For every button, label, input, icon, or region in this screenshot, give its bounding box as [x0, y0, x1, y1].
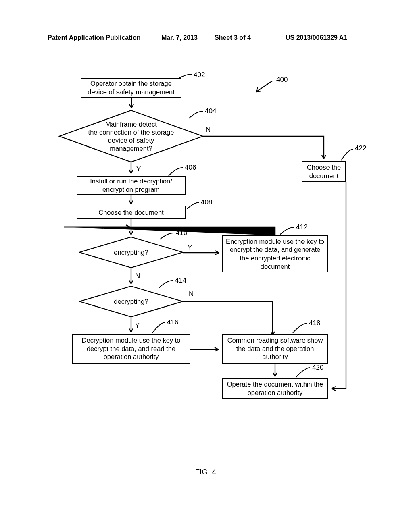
- label-404-N: N: [206, 126, 211, 134]
- node-404: Mainframe detect the connection of the s…: [58, 110, 204, 163]
- arrow-412-up: [273, 227, 277, 237]
- ref-418-leader: [290, 322, 308, 335]
- ref-414-leader: [156, 279, 174, 289]
- ref-400-leader: [250, 80, 274, 95]
- arrow-418-420: [273, 364, 277, 380]
- node-422: Choose the document: [302, 161, 346, 182]
- label-414-N: N: [189, 290, 194, 298]
- header-date: Mar. 7, 2013: [161, 34, 198, 42]
- ref-406: 406: [185, 164, 196, 172]
- node-406: Install or run the decryption/ encryptio…: [77, 176, 186, 195]
- figure-label: FIG. 4: [44, 468, 367, 476]
- node-414-text: decrypting?: [114, 297, 148, 305]
- ref-416: 416: [167, 318, 178, 326]
- arrow-414-416: [129, 317, 133, 335]
- ref-402: 402: [194, 71, 205, 79]
- arrow-402-404: [129, 98, 134, 111]
- node-412: Encryption module use the key to encrypt…: [222, 235, 328, 272]
- arrow-404-422: [203, 135, 332, 164]
- node-416: Decryption module use the key to decrypt…: [72, 334, 190, 364]
- ref-420-leader: [294, 366, 311, 379]
- arrow-410-414: [129, 268, 133, 287]
- ref-408: 408: [201, 198, 212, 206]
- node-420-text: Operate the document within the operatio…: [226, 380, 324, 397]
- header-pubno: US 2013/0061329 A1: [286, 34, 347, 42]
- ref-400: 400: [276, 76, 288, 84]
- node-414: decrypting?: [79, 285, 184, 318]
- node-408: Choose the document: [77, 206, 186, 219]
- ref-404: 404: [205, 107, 216, 115]
- node-412-text: Encryption module use the key to encrypt…: [226, 237, 324, 271]
- arrow-422-420: [327, 182, 353, 392]
- node-410: encrypting?: [79, 236, 184, 268]
- label-414-Y: Y: [135, 322, 140, 330]
- ref-420: 420: [312, 364, 323, 372]
- ref-412: 412: [296, 223, 307, 231]
- ref-418: 418: [309, 319, 320, 327]
- ref-422: 422: [355, 144, 366, 152]
- node-422-text: Choose the document: [306, 163, 342, 180]
- label-404-Y: Y: [136, 165, 141, 173]
- arrow-416-418: [190, 347, 223, 352]
- header-sheet: Sheet 3 of 4: [215, 34, 251, 42]
- arrow-410-412: [183, 250, 223, 256]
- node-418: Common reading software show the data an…: [222, 334, 328, 364]
- arrow-414-418: [183, 299, 280, 339]
- ref-402-leader: [173, 73, 194, 81]
- node-410-text: encrypting?: [114, 248, 148, 256]
- node-418-text: Common reading software show the data an…: [226, 336, 324, 361]
- arrow-412-loop-path: [60, 224, 278, 237]
- ref-422-leader: [339, 148, 355, 162]
- node-402-text: Operator obtain the storage device of sa…: [85, 79, 177, 96]
- node-402: Operator obtain the storage device of sa…: [81, 78, 181, 98]
- arrow-404-406: [129, 162, 133, 177]
- node-404-text: Mainframe detect the connection of the s…: [88, 120, 174, 153]
- label-410-N: N: [135, 272, 140, 280]
- ref-404-leader: [186, 110, 204, 120]
- header-divider: [44, 44, 369, 44]
- ref-416-leader: [150, 321, 166, 335]
- flowchart: 400 Operator obtain the storage device o…: [44, 73, 367, 476]
- ref-406-leader: [165, 166, 184, 177]
- header-publication: Patent Application Publication: [48, 34, 141, 42]
- ref-412-leader: [277, 226, 295, 236]
- node-416-text: Decryption module use the key to decrypt…: [76, 336, 186, 361]
- node-420: Operate the document within the operatio…: [222, 378, 328, 399]
- ref-408-leader: [185, 201, 201, 210]
- node-408-text: Choose the document: [98, 208, 163, 217]
- ref-414: 414: [175, 276, 186, 285]
- node-406-text: Install or run the decryption/ encryptio…: [90, 177, 172, 193]
